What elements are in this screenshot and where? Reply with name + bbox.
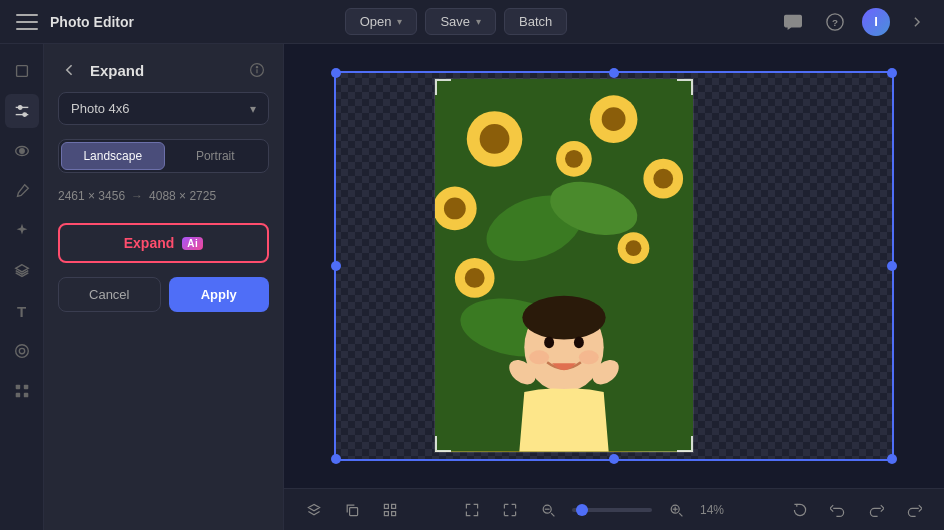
layer-icon xyxy=(306,502,322,518)
redo-button[interactable] xyxy=(862,496,890,524)
open-chevron-icon: ▾ xyxy=(397,16,402,27)
zoom-out-icon xyxy=(540,502,556,518)
panel-header: Expand xyxy=(44,44,283,92)
canvas-container xyxy=(334,71,894,461)
photo-corner-tl[interactable] xyxy=(435,79,451,95)
action-row: Cancel Apply xyxy=(58,277,269,312)
arrow-icon: → xyxy=(131,189,143,203)
zoom-level-label: 14% xyxy=(700,503,732,517)
bottom-toolbar: 14% xyxy=(284,488,944,530)
bottom-left-tools xyxy=(300,496,404,524)
svg-rect-46 xyxy=(392,504,396,508)
svg-point-41 xyxy=(579,350,599,364)
cancel-button[interactable]: Cancel xyxy=(58,277,161,312)
more-button[interactable] xyxy=(902,7,932,37)
magic-icon xyxy=(13,222,31,240)
svg-point-28 xyxy=(565,150,583,168)
reset-button[interactable] xyxy=(786,496,814,524)
photo-corner-bl[interactable] xyxy=(435,436,451,452)
photo-svg xyxy=(435,79,693,452)
portrait-button[interactable]: Portrait xyxy=(165,142,267,170)
avatar[interactable]: I xyxy=(862,8,890,36)
body: T Expand xyxy=(0,44,944,530)
menu-button[interactable] xyxy=(12,7,42,37)
zoom-slider[interactable] xyxy=(572,508,652,512)
expand-ai-button[interactable]: Expand Ai xyxy=(58,223,269,263)
info-button[interactable] xyxy=(245,58,269,82)
photo-image xyxy=(435,79,693,452)
save-button[interactable]: Save ▾ xyxy=(425,8,496,35)
copy-icon xyxy=(344,502,360,518)
svg-point-37 xyxy=(522,296,605,340)
batch-button[interactable]: Batch xyxy=(504,8,567,35)
header: Photo Editor Open ▾ Save ▾ Batch ? I xyxy=(0,0,944,44)
photo-size-dropdown[interactable]: Photo 4x6 ▾ xyxy=(58,92,269,125)
back-arrow-icon xyxy=(62,62,78,78)
dropdown-arrow-icon: ▾ xyxy=(250,102,256,116)
photo-container xyxy=(434,78,694,453)
reset-icon xyxy=(792,502,808,518)
save-chevron-icon: ▾ xyxy=(476,16,481,27)
orientation-toggle: Landscape Portrait xyxy=(58,139,269,173)
layers-icon xyxy=(13,262,31,280)
svg-rect-44 xyxy=(350,507,358,515)
redo2-button[interactable] xyxy=(900,496,928,524)
svg-point-4 xyxy=(18,106,22,110)
chat-icon xyxy=(784,13,802,31)
svg-point-26 xyxy=(444,198,466,220)
undo-button[interactable] xyxy=(824,496,852,524)
sidebar-icons: T xyxy=(0,44,44,530)
redo2-icon xyxy=(906,502,922,518)
brush-icon xyxy=(13,182,31,200)
effects-icon xyxy=(13,342,31,360)
header-left: Photo Editor xyxy=(12,7,134,37)
sidebar-item-brush[interactable] xyxy=(5,174,39,208)
svg-point-40 xyxy=(529,350,549,364)
svg-rect-2 xyxy=(16,66,27,77)
help-button[interactable]: ? xyxy=(820,7,850,37)
sidebar-item-crop[interactable] xyxy=(5,54,39,88)
zoom-in-button[interactable] xyxy=(662,496,690,524)
crop-icon xyxy=(13,62,31,80)
grid-tool-button[interactable] xyxy=(376,496,404,524)
sidebar-item-effects[interactable] xyxy=(5,334,39,368)
svg-point-6 xyxy=(22,113,26,117)
copy-tool-button[interactable] xyxy=(338,496,366,524)
svg-rect-12 xyxy=(23,385,28,390)
chevron-right-icon xyxy=(910,15,924,29)
sidebar-item-magic[interactable] xyxy=(5,214,39,248)
bottom-right-tools xyxy=(786,496,928,524)
zoom-slider-container xyxy=(572,508,652,512)
photo-corner-tr[interactable] xyxy=(677,79,693,95)
grid-icon xyxy=(382,502,398,518)
landscape-button[interactable]: Landscape xyxy=(61,142,165,170)
open-button[interactable]: Open ▾ xyxy=(345,8,418,35)
sidebar-item-layers[interactable] xyxy=(5,254,39,288)
photo-corner-br[interactable] xyxy=(677,436,693,452)
sidebar-item-text[interactable]: T xyxy=(5,294,39,328)
svg-point-9 xyxy=(15,345,28,358)
chat-button[interactable] xyxy=(778,7,808,37)
dimensions-display: 2461 × 3456 → 4088 × 2725 xyxy=(58,187,269,205)
svg-point-10 xyxy=(19,348,24,353)
sidebar-item-view[interactable] xyxy=(5,134,39,168)
sidebar-item-adjust[interactable] xyxy=(5,94,39,128)
canvas-viewport[interactable] xyxy=(284,44,944,488)
sidebar-item-apps[interactable] xyxy=(5,374,39,408)
fit-icon xyxy=(464,502,480,518)
canvas-area: 14% xyxy=(284,44,944,530)
expand-view-button[interactable] xyxy=(496,496,524,524)
fit-view-button[interactable] xyxy=(458,496,486,524)
apps-icon xyxy=(13,382,31,400)
svg-point-22 xyxy=(602,107,626,131)
header-right: ? I xyxy=(778,7,932,37)
back-button[interactable] xyxy=(58,58,82,82)
svg-rect-11 xyxy=(15,385,20,390)
apply-button[interactable]: Apply xyxy=(169,277,270,312)
layer-tool-button[interactable] xyxy=(300,496,328,524)
app-title: Photo Editor xyxy=(50,14,134,30)
header-center: Open ▾ Save ▾ Batch xyxy=(134,8,778,35)
zoom-out-button[interactable] xyxy=(534,496,562,524)
svg-point-38 xyxy=(544,336,554,348)
svg-text:?: ? xyxy=(832,16,838,27)
